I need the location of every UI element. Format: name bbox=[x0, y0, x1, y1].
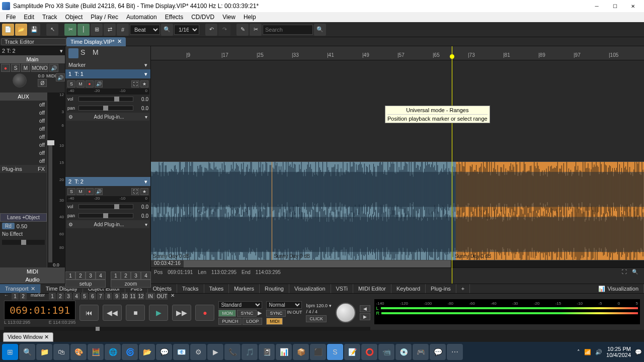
time-display[interactable]: 069:01:191 bbox=[4, 301, 75, 320]
project-tab[interactable]: Time Display.VIP* ✕ bbox=[66, 37, 126, 46]
recent-1[interactable]: 1 bbox=[12, 293, 19, 300]
t1-vol-slider[interactable] bbox=[78, 97, 133, 102]
rd-button[interactable]: Rd bbox=[2, 223, 15, 229]
mk-3[interactable]: 3 bbox=[65, 293, 72, 300]
mk-7[interactable]: 7 bbox=[97, 293, 104, 300]
t2-mute[interactable]: M bbox=[76, 188, 85, 195]
rec-mode-select[interactable]: Standard bbox=[218, 301, 262, 309]
t2-fx-slot[interactable]: ⚙Add Plug-in...▾ bbox=[66, 220, 149, 228]
zoom-1[interactable]: 1 bbox=[111, 272, 121, 280]
menu-cd-dvd[interactable]: CD/DVD bbox=[187, 13, 218, 22]
t2-vol-slider[interactable] bbox=[78, 204, 133, 209]
aux-6[interactable]: off bbox=[0, 141, 47, 149]
t2-speaker[interactable]: 🔊 bbox=[95, 188, 103, 195]
track-selector[interactable]: 2 T: 2▾ bbox=[0, 46, 65, 55]
track-2-header[interactable]: 2 T: 2 ▾ bbox=[65, 177, 150, 186]
mk-2[interactable]: 2 bbox=[57, 293, 64, 300]
close-marker-bar[interactable]: ✕ bbox=[171, 293, 175, 300]
scrub-fwd[interactable]: ▶ bbox=[360, 313, 370, 320]
timeline-ruler[interactable]: |9 |17 |25 |33 |41 |49 |57 |65 |73 |81 |… bbox=[151, 51, 644, 60]
solo-button[interactable]: S bbox=[11, 64, 20, 72]
t1-star[interactable]: ★ bbox=[140, 80, 148, 87]
wifi-icon[interactable]: 📶 bbox=[584, 349, 591, 355]
speaker-icon[interactable]: 🔊 bbox=[49, 64, 58, 72]
normal-select[interactable]: Normal bbox=[266, 301, 302, 309]
add-tab[interactable]: + bbox=[456, 284, 470, 293]
close-button[interactable]: ✕ bbox=[624, 0, 642, 12]
new-button[interactable]: 📄 bbox=[2, 24, 14, 36]
tab-keyboard[interactable]: Keyboard bbox=[391, 284, 426, 293]
clock-date[interactable]: 10/4/2024 bbox=[606, 352, 631, 358]
zoom-tool[interactable]: 🔍 bbox=[632, 269, 641, 276]
search-icon[interactable]: 🔍 bbox=[19, 344, 35, 360]
explorer-icon[interactable]: 📁 bbox=[36, 344, 52, 360]
midi-button[interactable]: MIDI bbox=[266, 318, 283, 325]
more-icon[interactable]: ⋯ bbox=[447, 344, 463, 360]
bpm-value[interactable]: 120.0 bbox=[316, 303, 328, 308]
grid-select[interactable]: 1/16 bbox=[174, 25, 199, 35]
mk-5[interactable]: 5 bbox=[81, 293, 88, 300]
stop-button[interactable]: ■ bbox=[126, 305, 145, 321]
tab-routing[interactable]: Routing bbox=[260, 284, 289, 293]
t2-pan-slider[interactable] bbox=[78, 213, 133, 218]
menu-play-rec[interactable]: Play / Rec bbox=[87, 13, 122, 22]
mk-4[interactable]: 4 bbox=[73, 293, 80, 300]
mon-button[interactable]: MON bbox=[218, 310, 236, 317]
video-window-tab[interactable]: Video Window ✕ bbox=[3, 332, 53, 342]
tab-transport[interactable]: Transport✕ bbox=[0, 284, 41, 293]
aux-2[interactable]: off bbox=[0, 109, 47, 117]
word-icon[interactable]: 📝 bbox=[344, 344, 360, 360]
tab-vsti[interactable]: VSTi bbox=[331, 284, 353, 293]
media-icon[interactable]: ▶ bbox=[207, 344, 223, 360]
t1-fx-slot[interactable]: ⚙Add Plug-in...▾ bbox=[66, 113, 149, 121]
onenote-icon[interactable]: 📓 bbox=[259, 344, 275, 360]
fader-thumb[interactable] bbox=[47, 140, 54, 145]
menu-edit[interactable]: Edit bbox=[20, 13, 38, 22]
tab-visualization[interactable]: Visualization bbox=[289, 284, 331, 293]
play-button[interactable]: ▶ bbox=[149, 305, 168, 321]
cursor-tool[interactable]: ↖ bbox=[46, 24, 58, 36]
close-icon[interactable]: ✕ bbox=[44, 334, 49, 340]
aux-8[interactable]: off bbox=[0, 157, 47, 165]
zoom-icon[interactable]: 📹 bbox=[378, 344, 394, 360]
time-sig[interactable]: / 4 / 4 bbox=[306, 309, 331, 314]
tab-markers[interactable]: Markers bbox=[229, 284, 260, 293]
chrome-icon[interactable]: 🌐 bbox=[105, 344, 121, 360]
mk-10[interactable]: 10 bbox=[121, 293, 128, 300]
clock-time[interactable]: 10:25 PM bbox=[606, 346, 631, 352]
menu-effects[interactable]: Effects bbox=[161, 13, 187, 22]
t2-maximize[interactable]: ⛶ bbox=[131, 188, 139, 195]
save-button[interactable]: 💾 bbox=[28, 24, 40, 36]
split-tool[interactable]: ⎮ bbox=[77, 24, 90, 36]
audio-section[interactable]: Audio bbox=[0, 276, 65, 284]
lanes-toggle[interactable]: Lanes +Object bbox=[0, 213, 47, 222]
main-section[interactable]: Main bbox=[0, 55, 65, 63]
redo-button[interactable]: ↷ bbox=[218, 24, 230, 36]
phase-button[interactable]: Ø bbox=[38, 79, 47, 87]
calculator-icon[interactable]: 🧮 bbox=[88, 344, 104, 360]
link-tool[interactable]: ⇄ bbox=[104, 24, 116, 36]
t2-star[interactable]: ★ bbox=[140, 188, 148, 195]
zoom-4[interactable]: 4 bbox=[141, 272, 151, 280]
start-button[interactable]: ⊞ bbox=[2, 344, 18, 360]
t2-solo[interactable]: S bbox=[67, 188, 75, 195]
undo-button[interactable]: ↶ bbox=[205, 24, 217, 36]
copilot-icon[interactable]: 🎨 bbox=[70, 344, 87, 360]
terminal-icon[interactable]: ⬛ bbox=[310, 344, 326, 360]
tab-takes[interactable]: Takes bbox=[204, 284, 229, 293]
zoom-3[interactable]: 3 bbox=[131, 272, 141, 280]
mono-button[interactable]: MONO bbox=[31, 64, 48, 72]
loop-button[interactable]: LOOP bbox=[243, 318, 262, 325]
rewind-button[interactable]: ◀◀ bbox=[103, 305, 122, 321]
zoom-2[interactable]: 2 bbox=[121, 272, 131, 280]
samplitude-icon[interactable]: S bbox=[327, 344, 343, 360]
transport-scrub-bar[interactable] bbox=[4, 327, 370, 331]
minimize-button[interactable]: ─ bbox=[588, 0, 606, 12]
mk-out[interactable]: OUT bbox=[156, 293, 168, 300]
messenger-icon[interactable]: 💬 bbox=[430, 344, 446, 360]
view-grid-icon[interactable] bbox=[68, 48, 78, 58]
track-1-lane[interactable]: Universal mode - Ranges Position playbac… bbox=[151, 60, 644, 162]
menu-view[interactable]: View bbox=[218, 13, 239, 22]
close-icon[interactable]: ✕ bbox=[31, 286, 35, 292]
tray-up-icon[interactable]: ˄ bbox=[577, 349, 580, 355]
